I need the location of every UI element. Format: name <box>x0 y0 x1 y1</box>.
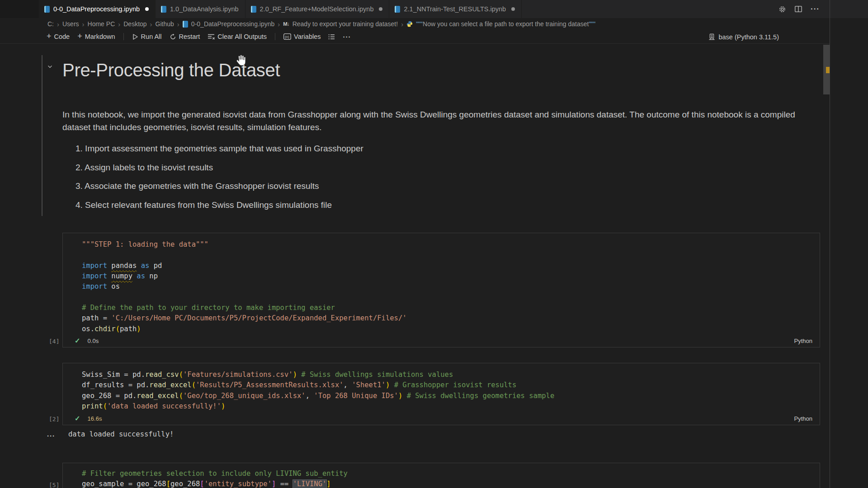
tab-bar-left-spacer <box>0 0 39 18</box>
breadcrumb-homepc[interactable]: Home PC <box>88 20 115 28</box>
list-item: 4. Select relevant features from the Swi… <box>75 200 363 211</box>
execution-time: 0.0s <box>88 338 99 344</box>
toolbar-separator <box>123 33 124 40</box>
code-line[interactable] <box>82 250 816 260</box>
notebook-file-icon <box>44 6 50 13</box>
clear-all-outputs-button[interactable]: Clear All Outputs <box>208 33 267 40</box>
cell-status-bar: ✓ 0.0s Python <box>63 334 820 347</box>
code-line[interactable]: print('data loaded successfully!') <box>82 401 816 412</box>
add-markdown-cell-button[interactable]: + Markdown <box>77 33 115 40</box>
modified-dot-icon[interactable] <box>145 7 149 11</box>
split-editor-icon[interactable] <box>795 6 802 12</box>
clear-all-outputs-icon <box>208 33 215 40</box>
markdown-cell-focus-bar <box>42 55 42 216</box>
notebook-file-icon <box>395 6 400 13</box>
run-all-button[interactable]: Run All <box>132 33 162 40</box>
modified-dot-icon[interactable] <box>379 7 382 11</box>
tab-label: 2.1_NNTrain-Test_RESULTS.ipynb <box>404 5 506 13</box>
kernel-environment-icon <box>708 33 715 40</box>
vscode-notebook-window: { "tabs": [ { "label": "0-0_DataPreproce… <box>0 0 868 488</box>
code-cell-3[interactable]: # Filter geometries selection to include… <box>62 463 820 488</box>
toolbar-more-icon[interactable]: ··· <box>343 33 351 41</box>
code-line[interactable]: import numpy as np <box>82 271 816 282</box>
editor-actions: ··· <box>778 0 820 18</box>
cell-status-bar: ✓ 16.6s Python <box>63 412 820 425</box>
markdown-paragraph: In this notebook, we import the generate… <box>62 108 813 133</box>
notebook-file-icon <box>251 6 256 13</box>
code-line[interactable]: import os <box>82 282 816 292</box>
editor-group-divider[interactable] <box>830 0 830 488</box>
notebook-file-icon <box>161 6 166 13</box>
code-line[interactable]: geo_268 = pd.read_excel('Geo/top_268_uni… <box>82 391 816 401</box>
restart-button[interactable]: Restart <box>170 33 200 40</box>
execution-time: 16.6s <box>88 415 102 422</box>
chevron-right-icon <box>57 20 59 28</box>
code-line[interactable]: df_results = pd.read_excel('Results/P5_A… <box>82 380 816 390</box>
output-collapse-button[interactable]: ··· <box>47 432 55 440</box>
code-line[interactable]: # Filter geometries selection to include… <box>82 469 816 479</box>
tab-bar: 0-0_DataPreprocessing.ipynb 1.0_DataAnal… <box>0 0 868 18</box>
code-line[interactable]: os.chdir(path) <box>82 324 816 334</box>
code-editor[interactable]: """STEP 1: loading the data""" import pa… <box>63 233 820 334</box>
overview-ruler-modified-marker <box>826 67 830 73</box>
run-all-icon <box>132 33 138 40</box>
code-line[interactable]: # Define the path to your directory to m… <box>82 303 816 313</box>
breadcrumb-filename[interactable]: 0-0_DataPreprocessing.ipynb <box>191 20 274 28</box>
breadcrumb-desktop[interactable]: Desktop <box>123 20 146 28</box>
list-item: 2. Assign labels to the isovist results <box>75 163 363 174</box>
execution-count: [2] <box>49 416 59 422</box>
cell-output-text: data loaded successfully! <box>68 430 174 438</box>
markdown-heading: Pre-Processing the Dataset <box>62 60 280 80</box>
code-editor[interactable]: Swiss_Sim = pd.read_csv('Features/simula… <box>63 363 820 412</box>
tab-label: 1.0_DataAnalysis.ipynb <box>170 5 239 13</box>
collapse-section-chevron-icon[interactable] <box>47 63 53 70</box>
cell-language-picker[interactable]: Python <box>794 338 812 344</box>
restart-icon <box>170 33 176 40</box>
breadcrumb-section[interactable]: Ready to export your training dataset! <box>292 20 398 28</box>
chevron-right-icon <box>118 20 120 28</box>
code-cell-1[interactable]: """STEP 1: loading the data""" import pa… <box>62 233 820 347</box>
toolbar-separator <box>275 33 275 40</box>
tab-2-0-rf-feature-modelselection[interactable]: 2.0_RF_Feature+ModelSelection.ipynb <box>245 0 390 18</box>
breadcrumb: C: Users Home PC Desktop Github 0-0_Data… <box>0 18 830 30</box>
outline-button[interactable] <box>328 34 335 40</box>
add-code-cell-button[interactable]: + Code <box>47 33 70 40</box>
code-cell-2[interactable]: Swiss_Sim = pd.read_csv('Features/simula… <box>62 363 820 425</box>
cell-language-picker[interactable]: Python <box>794 415 812 422</box>
notebook-file-icon <box>183 21 188 28</box>
markdown-icon: M↓ <box>283 21 289 27</box>
plus-icon: + <box>77 32 82 40</box>
code-line[interactable]: """STEP 1: loading the data""" <box>82 239 816 250</box>
breadcrumb-github[interactable]: Github <box>156 20 174 28</box>
more-actions-icon[interactable]: ··· <box>811 5 820 14</box>
outline-icon <box>328 34 335 40</box>
tab-label: 0-0_DataPreprocessing.ipynb <box>53 5 140 13</box>
tab-label: 2.0_RF_Feature+ModelSelection.ipynb <box>260 5 374 13</box>
code-line[interactable]: path = 'C:/Users/Home PC/Documents/P5/Pr… <box>82 313 816 324</box>
hand-cursor-icon <box>235 54 246 66</box>
success-check-icon: ✓ <box>75 414 80 422</box>
chevron-right-icon <box>150 20 152 28</box>
code-line[interactable]: Swiss_Sim = pd.read_csv('Features/simula… <box>82 370 816 380</box>
variables-icon: (x) <box>283 33 291 40</box>
tab-1-0-dataanalysis[interactable]: 1.0_DataAnalysis.ipynb <box>156 0 245 18</box>
chevron-right-icon <box>177 20 179 28</box>
python-icon <box>406 21 413 27</box>
breadcrumb-users[interactable]: Users <box>62 20 79 28</box>
kernel-picker[interactable]: base (Python 3.11.5) <box>708 30 779 44</box>
breadcrumb-code-preview[interactable]: """Now you can select a file path to exp… <box>416 20 595 28</box>
tab-2-1-nntrain-test-results[interactable]: 2.1_NNTrain-Test_RESULTS.ipynb <box>389 0 522 18</box>
plus-icon: + <box>47 32 52 40</box>
chevron-right-icon <box>278 20 280 28</box>
execution-count: [4] <box>49 338 59 345</box>
tab-0-0-datapreprocessing[interactable]: 0-0_DataPreprocessing.ipynb <box>39 0 156 18</box>
code-line[interactable]: import pandas as pd <box>82 261 816 271</box>
variables-button[interactable]: (x) Variables <box>283 33 321 40</box>
code-editor[interactable]: # Filter geometries selection to include… <box>63 463 820 488</box>
code-line[interactable]: geo_sample = geo_268[geo_268['entity_sub… <box>82 479 816 488</box>
code-line[interactable] <box>82 292 816 303</box>
modified-dot-icon[interactable] <box>511 7 515 11</box>
gear-icon[interactable] <box>778 5 786 13</box>
breadcrumb-drive[interactable]: C: <box>47 20 54 28</box>
execution-count: [5] <box>49 482 59 488</box>
